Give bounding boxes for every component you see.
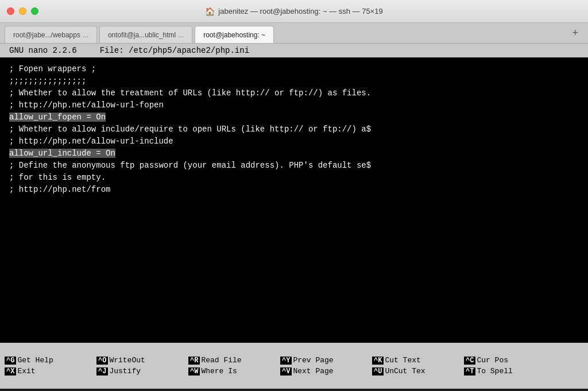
- terminal-line: allow_url_fopen = On: [9, 111, 579, 123]
- tab-2[interactable]: ontofit@ja...ublic_html ...: [99, 26, 192, 43]
- footer-key: ^J: [96, 367, 108, 375]
- footer-command: ^RRead File: [188, 356, 280, 365]
- nano-header: GNU nano 2.2.6 File: /etc/php5/apache2/p…: [0, 44, 588, 57]
- footer-command: ^VNext Page: [280, 367, 372, 375]
- footer-key: ^U: [372, 367, 384, 375]
- tab-1[interactable]: root@jabe.../webapps ...: [5, 26, 97, 43]
- terminal-line: ; for this is empty.: [9, 172, 579, 184]
- footer-key: ^C: [464, 357, 475, 365]
- footer-label: Get Help: [17, 356, 53, 365]
- home-icon: 🏠: [205, 7, 215, 16]
- footer-command: ^KCut Text: [372, 356, 464, 365]
- nano-version: GNU nano 2.2.6: [9, 46, 77, 55]
- footer-key: ^G: [5, 357, 16, 365]
- footer-command: ^WWhere Is: [188, 367, 280, 375]
- footer-label: Cut Text: [385, 356, 420, 365]
- tab-bar: root@jabe.../webapps ... ontofit@ja...ub…: [0, 23, 588, 44]
- footer-label: Prev Page: [293, 356, 333, 365]
- footer-command: ^XExit: [5, 367, 96, 375]
- footer-command: ^GGet Help: [5, 356, 96, 365]
- terminal-line: ; Define the anonymous ftp password (you…: [9, 160, 579, 172]
- footer-key: ^O: [96, 357, 108, 365]
- footer-label: To Spell: [477, 367, 512, 375]
- footer-row-1: ^XExit^JJustify^WWhere Is^VNext Page^UUn…: [0, 366, 588, 377]
- footer-command: ^CCur Pos: [464, 356, 556, 365]
- terminal-line: allow_url_include = On: [9, 148, 579, 160]
- terminal-line: ; Whether to allow include/require to op…: [9, 123, 579, 136]
- footer-label: Where Is: [201, 367, 237, 375]
- window-title: 🏠 jabenitez — root@jabehosting: ~ — ssh …: [205, 7, 382, 16]
- new-tab-button[interactable]: +: [567, 25, 583, 41]
- maximize-button[interactable]: [31, 7, 38, 15]
- terminal-line: ; http://php.net/from: [9, 184, 579, 196]
- nano-footer: ^GGet Help^OWriteOut^RRead File^YPrev Pa…: [0, 343, 588, 389]
- footer-key: ^T: [464, 367, 475, 375]
- footer-key: ^V: [280, 367, 292, 375]
- title-bar: 🏠 jabenitez — root@jabehosting: ~ — ssh …: [0, 0, 588, 23]
- terminal-line: ;;;;;;;;;;;;;;;;: [9, 75, 579, 87]
- terminal-line: ; http://php.net/allow-url-fopen: [9, 99, 579, 111]
- footer-key: ^Y: [280, 357, 292, 365]
- footer-command: ^YPrev Page: [280, 356, 372, 365]
- terminal-line: ; Fopen wrappers ;: [9, 63, 579, 75]
- footer-key: ^K: [372, 357, 384, 365]
- footer-label: UnCut Tex: [385, 367, 425, 375]
- footer-key: ^X: [5, 367, 16, 375]
- terminal-line: ; Whether to allow the treatment of URLs…: [9, 87, 579, 99]
- footer-command: ^UUnCut Tex: [372, 367, 464, 375]
- footer-label: WriteOut: [109, 356, 145, 365]
- minimize-button[interactable]: [19, 7, 26, 15]
- footer-key: ^W: [188, 367, 200, 375]
- footer-command: ^JJustify: [96, 367, 188, 375]
- nano-file: File: /etc/php5/apache2/php.ini: [100, 46, 249, 55]
- footer-label: Justify: [109, 367, 141, 375]
- footer-label: Read File: [201, 356, 241, 365]
- footer-command: ^OWriteOut: [96, 356, 188, 365]
- footer-label: Next Page: [293, 367, 333, 375]
- footer-row-0: ^GGet Help^OWriteOut^RRead File^YPrev Pa…: [0, 355, 588, 366]
- footer-key: ^R: [188, 357, 200, 365]
- footer-command: ^TTo Spell: [464, 367, 556, 375]
- tab-3[interactable]: root@jabehosting: ~: [195, 26, 274, 43]
- footer-label: Exit: [17, 367, 35, 375]
- terminal-line: ; http://php.net/allow-url-include: [9, 136, 579, 148]
- window-controls: [7, 7, 38, 15]
- footer-label: Cur Pos: [477, 356, 508, 365]
- close-button[interactable]: [7, 7, 14, 15]
- terminal-content[interactable]: ; Fopen wrappers ;;;;;;;;;;;;;;;;;; Whet…: [0, 57, 588, 343]
